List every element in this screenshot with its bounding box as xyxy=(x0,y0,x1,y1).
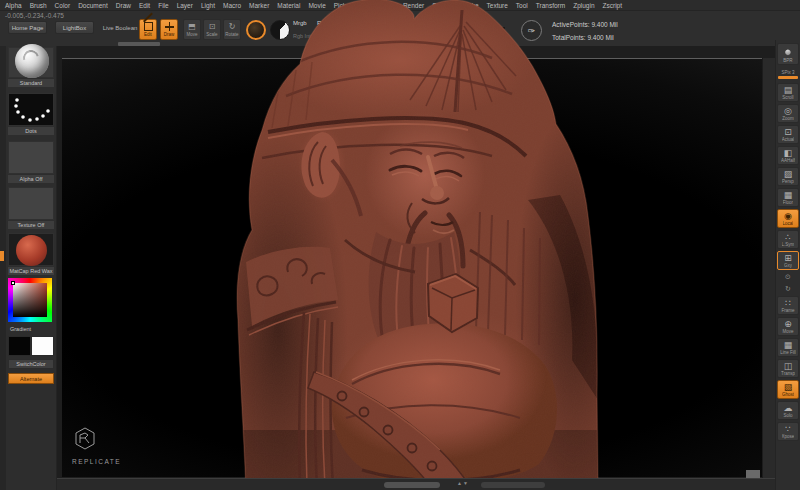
right-shelf-label: Local xyxy=(783,221,794,226)
right-shelf-icon: ◧ xyxy=(784,148,793,158)
right-shelf-label: Move xyxy=(782,329,793,334)
menu-item[interactable]: Stroke xyxy=(460,2,479,9)
rotate-mode-button[interactable]: ↻ Rotate xyxy=(223,19,241,40)
actual-size-button[interactable]: ⊡ Actual xyxy=(777,125,799,144)
replicate-watermark: REPLICATE xyxy=(72,424,132,465)
menu-item[interactable]: Layer xyxy=(177,2,193,9)
scale-icon: ⊡ xyxy=(209,23,216,31)
draw-mode-button[interactable]: Draw xyxy=(160,19,178,40)
right-shelf-label: Persp xyxy=(782,179,794,184)
menu-item[interactable]: Render xyxy=(403,2,424,9)
menu-item[interactable]: Tool xyxy=(516,2,528,9)
move-mode-button[interactable]: ⬒ Move xyxy=(183,19,201,40)
spix-slider-bar[interactable] xyxy=(778,76,798,79)
zoom-doc-button[interactable]: ◎ Zoom xyxy=(777,104,799,123)
local-pivot-button[interactable]: ◉ Local xyxy=(777,209,799,228)
tray-divider-handle[interactable] xyxy=(0,251,4,261)
current-texture-thumbnail[interactable] xyxy=(8,187,54,220)
menu-item[interactable]: Light xyxy=(201,2,215,9)
left-tray: Standard Dots Alpha Off Texture Off MatC… xyxy=(0,46,57,490)
horizontal-scroll-strip: ▲▼ xyxy=(57,478,775,490)
transparency-button[interactable]: ◫ Transp xyxy=(777,359,799,378)
menu-item[interactable]: Macro xyxy=(223,2,241,9)
frame-button[interactable]: ∷ Frame xyxy=(777,296,799,315)
menu-item[interactable]: Material xyxy=(277,2,300,9)
alternate-button[interactable]: Alternate xyxy=(8,373,54,384)
current-brush-thumbnail[interactable] xyxy=(8,47,54,78)
coordinates-readout: -0.005,-0.234,-0.475 xyxy=(5,12,64,19)
menu-item[interactable]: Color xyxy=(55,2,71,9)
scale-mode-button[interactable]: ⊡ Scale xyxy=(203,19,221,40)
main-color-swatch[interactable] xyxy=(8,336,31,356)
draw-size-slider[interactable]: Size 64 Dynamic xyxy=(330,36,505,45)
live-boolean-button[interactable]: Live Boolean xyxy=(100,21,140,34)
gizmo-button[interactable]: ⊞ Gxy xyxy=(777,251,799,270)
edit-mode-button[interactable]: Edit xyxy=(139,19,157,40)
focal-shift-slider[interactable]: Focal Shift 0 xyxy=(330,24,505,33)
right-shelf-label: Transp xyxy=(781,371,795,376)
draw-size-knob[interactable] xyxy=(435,37,442,43)
menu-item[interactable]: Document xyxy=(78,2,108,9)
lightbox-button[interactable]: LightBox xyxy=(55,21,94,34)
menu-item[interactable]: Marker xyxy=(249,2,269,9)
current-material-button[interactable] xyxy=(246,20,266,40)
replicate-watermark-text: REPLICATE xyxy=(72,458,132,465)
right-shelf-label: SPix 3 xyxy=(781,70,794,75)
menu-item[interactable]: Movie xyxy=(308,2,325,9)
horizontal-scrollbar-thumb[interactable] xyxy=(384,482,440,488)
move-canvas-button[interactable]: ⊕ Move xyxy=(777,317,799,336)
floor-grid-button[interactable]: ▦ Floor xyxy=(777,188,799,207)
menu-item[interactable]: Transform xyxy=(536,2,565,9)
saturation-value-square[interactable] xyxy=(13,283,47,317)
menu-item[interactable]: Stencil xyxy=(432,2,452,9)
render-sphere-button[interactable]: ● BPR xyxy=(777,43,799,65)
draw-size-track[interactable]: Dynamic xyxy=(433,39,505,41)
aahalf-button[interactable]: ◧ AAHalf xyxy=(777,146,799,165)
menu-item[interactable]: Brush xyxy=(30,2,47,9)
dynamic-mode-label: Dynamic xyxy=(480,33,501,39)
color-picker[interactable] xyxy=(8,278,52,322)
menu-item[interactable]: Draw xyxy=(116,2,131,9)
menu-item[interactable]: Zplugin xyxy=(573,2,594,9)
vertical-scrollbar-track[interactable] xyxy=(762,58,775,478)
see-through-button[interactable]: ⊙ xyxy=(777,272,799,282)
mrgb-toggle[interactable]: Mrgb xyxy=(293,20,307,26)
solo-cloud-button[interactable]: ☁ Solo xyxy=(777,401,799,420)
home-page-button[interactable]: Home Page xyxy=(8,21,47,34)
rgb-toggle[interactable]: Rgb xyxy=(317,20,328,26)
current-color-sphere[interactable] xyxy=(270,20,290,40)
horizontal-scrollbar-track[interactable] xyxy=(481,482,545,488)
scroll-corner-handle[interactable] xyxy=(746,470,760,478)
menu-item[interactable]: Edit xyxy=(139,2,150,9)
right-shelf-icon: ◎ xyxy=(784,106,792,116)
focal-shift-knob[interactable] xyxy=(459,25,466,31)
xpose-button[interactable]: ∵ Xpose xyxy=(777,422,799,441)
ghost-button[interactable]: ▧ Ghost xyxy=(777,380,799,399)
document-canvas[interactable] xyxy=(62,58,762,477)
menu-item[interactable]: Zscript xyxy=(603,2,623,9)
menu-item[interactable]: File xyxy=(158,2,168,9)
secondary-color-swatch[interactable] xyxy=(31,336,54,356)
tablet-pressure-icon[interactable]: ✑ xyxy=(521,20,542,41)
scroll-arrows-icon[interactable]: ▲▼ xyxy=(457,480,469,486)
menu-item[interactable]: Preferences xyxy=(360,2,395,9)
right-shelf-icon: ▦ xyxy=(784,190,793,200)
lightbox-pull-tab[interactable] xyxy=(118,42,160,46)
spix-slider-button[interactable]: SPix 3 xyxy=(777,67,799,81)
gradient-label[interactable]: Gradient xyxy=(8,325,54,333)
current-material-thumbnail[interactable] xyxy=(8,233,54,266)
focal-shift-track[interactable] xyxy=(433,27,505,29)
right-shelf-label: Solo xyxy=(783,413,792,418)
rgb-intensity-label: Rgb Intensity xyxy=(293,33,325,39)
perspective-button[interactable]: ▨ Persp xyxy=(777,167,799,186)
current-stroke-thumbnail[interactable] xyxy=(8,93,54,126)
switch-color-button[interactable]: SwitchColor xyxy=(8,359,54,369)
polyframe-button[interactable]: ▦ Line Fill xyxy=(777,338,799,357)
spin-button[interactable]: ↻ xyxy=(777,284,799,294)
local-symmetry-button[interactable]: ∴ L.Sym xyxy=(777,230,799,249)
current-alpha-thumbnail[interactable] xyxy=(8,141,54,174)
menu-item[interactable]: Picker xyxy=(334,2,352,9)
menu-item[interactable]: Texture xyxy=(487,2,508,9)
scroll-doc-button[interactable]: ▤ Scroll xyxy=(777,83,799,102)
menu-item[interactable]: Alpha xyxy=(5,2,22,9)
